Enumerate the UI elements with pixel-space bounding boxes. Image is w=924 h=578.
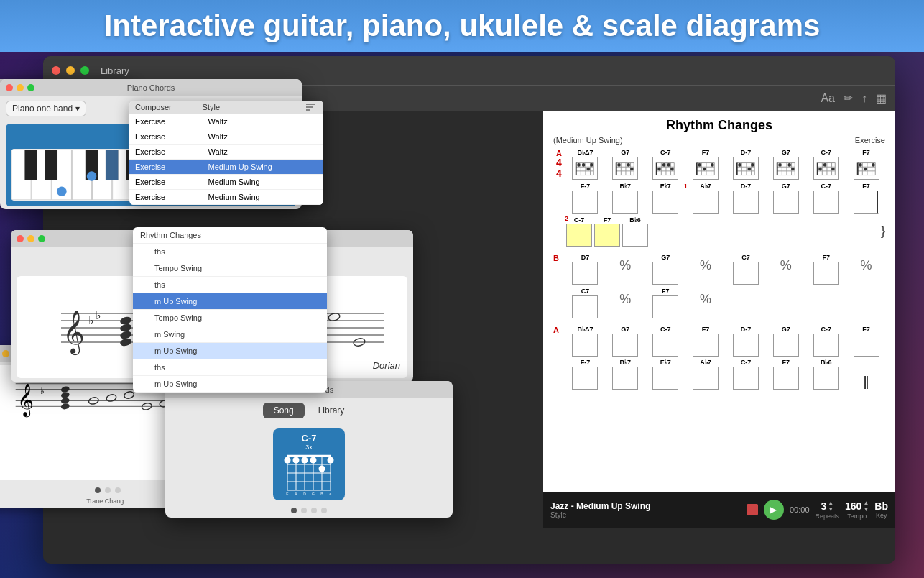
repeats-control[interactable]: 3 ▲ ▼ Repeats bbox=[816, 500, 840, 520]
dot-1[interactable] bbox=[95, 487, 101, 493]
chord-cell[interactable]: C-7 bbox=[727, 359, 765, 390]
chord-cell[interactable]: B♭Δ7 bbox=[566, 149, 604, 180]
chord-cell[interactable]: B♭Δ7 bbox=[566, 326, 604, 357]
chord-cell[interactable]: E♭7 bbox=[647, 359, 685, 390]
chord-cell[interactable]: C-7 bbox=[807, 149, 845, 180]
svg-point-184 bbox=[310, 457, 317, 464]
exercise-item[interactable]: Tempo Swing bbox=[133, 310, 327, 326]
chord-cell[interactable]: C7 bbox=[727, 254, 765, 285]
chord-cell[interactable]: C-7 bbox=[647, 326, 685, 357]
chord-cell[interactable]: % bbox=[687, 288, 725, 318]
key-control[interactable]: Bb Key bbox=[874, 500, 888, 519]
gc-library-tab[interactable]: Library bbox=[308, 403, 356, 418]
svg-point-162 bbox=[60, 403, 70, 410]
exercise-item[interactable]: ths bbox=[133, 244, 327, 260]
chord-cell[interactable]: B♭6 bbox=[622, 216, 648, 247]
minimize-button[interactable] bbox=[66, 66, 75, 75]
chord-cell[interactable]: F-7 bbox=[566, 359, 604, 390]
chord-cell[interactable]: 2C-7 bbox=[566, 216, 592, 247]
exercise-item[interactable]: ths bbox=[133, 359, 327, 376]
list-item[interactable]: ExerciseWaltz bbox=[129, 144, 323, 160]
guitar-dot-4[interactable] bbox=[321, 508, 327, 513]
chord-cell[interactable]: C7 bbox=[566, 288, 604, 318]
exercise-item[interactable]: Rhythm Changes bbox=[133, 227, 327, 244]
cs-close-btn[interactable] bbox=[17, 235, 24, 242]
share-icon[interactable]: ↑ bbox=[861, 92, 867, 105]
repeats-stepper[interactable]: ▲ ▼ bbox=[828, 500, 833, 513]
chord-cell[interactable]: B♭6 bbox=[807, 359, 845, 390]
chord-cell[interactable]: C-7 bbox=[807, 183, 845, 214]
exercise-item[interactable]: m Swing bbox=[133, 326, 327, 343]
guitar-dot-3[interactable] bbox=[311, 508, 317, 513]
chord-cell[interactable]: C-7 bbox=[807, 326, 845, 357]
gc-song-tab[interactable]: Song bbox=[263, 403, 305, 418]
play-button[interactable]: ▶ bbox=[764, 500, 784, 520]
exercise-item[interactable]: Tempo Swing bbox=[133, 260, 327, 277]
exercise-item[interactable]: m Up Swing bbox=[133, 376, 327, 393]
piano-selector[interactable]: Piano one hand ▾ bbox=[6, 101, 86, 116]
list-item[interactable]: ExerciseWaltz bbox=[129, 114, 323, 129]
list-item[interactable]: ExerciseWaltz bbox=[129, 129, 323, 144]
list-item[interactable]: ExerciseMedium Swing bbox=[129, 190, 323, 205]
chord-cell[interactable]: F7 bbox=[847, 183, 885, 214]
close-button[interactable] bbox=[52, 66, 60, 75]
chord-cell[interactable]: A♭7 bbox=[687, 359, 725, 390]
layout-icon[interactable]: ▦ bbox=[876, 91, 887, 105]
chord-cell[interactable]: F7 bbox=[647, 288, 685, 318]
pc-minimize-btn[interactable] bbox=[17, 84, 24, 91]
chord-cell[interactable]: D-7 bbox=[727, 326, 765, 357]
cs-minimize-btn[interactable] bbox=[27, 235, 34, 242]
chord-cell[interactable]: G7 bbox=[647, 254, 685, 285]
pc-fullscreen-btn[interactable] bbox=[27, 84, 34, 91]
pc-close-btn[interactable] bbox=[6, 84, 13, 91]
chord-cell[interactable]: % bbox=[847, 254, 885, 285]
chord-cell[interactable]: D7 bbox=[566, 254, 604, 285]
chord-cell[interactable]: C-7 bbox=[647, 149, 685, 180]
chord-cell[interactable]: B♭7 bbox=[606, 359, 645, 390]
chord-cell[interactable]: G7 bbox=[767, 149, 805, 180]
svg-point-96 bbox=[863, 167, 867, 170]
chord-cell[interactable]: D-7 bbox=[727, 183, 765, 214]
exercise-item-selected[interactable]: m Up Swing bbox=[133, 293, 327, 310]
list-item[interactable]: ExerciseMedium Swing bbox=[129, 175, 323, 190]
chord-cell[interactable]: F7 bbox=[847, 326, 885, 357]
guitar-dot-2[interactable] bbox=[301, 508, 307, 513]
tempo-stepper[interactable]: ▲ ▼ bbox=[863, 500, 869, 513]
chord-cell[interactable]: G7 bbox=[606, 149, 645, 180]
chord-cell[interactable]: G7 bbox=[767, 183, 805, 214]
chord-cell[interactable]: % bbox=[767, 254, 805, 285]
chord-cell[interactable]: G7 bbox=[606, 326, 645, 357]
fullscreen-button[interactable] bbox=[80, 66, 89, 75]
sort-icon[interactable] bbox=[303, 103, 318, 111]
tempo-control[interactable]: 160 ▲ ▼ Tempo bbox=[845, 500, 869, 520]
chord-cell[interactable]: F7 bbox=[687, 326, 725, 357]
chord-cell[interactable]: F7 bbox=[594, 216, 620, 247]
chord-cell[interactable]: D-7 bbox=[727, 149, 765, 180]
exercise-item-highlight[interactable]: m Up Swing bbox=[133, 343, 327, 359]
chord-cell[interactable]: G7 bbox=[767, 326, 805, 357]
exercise-item[interactable]: ths bbox=[133, 277, 327, 293]
chord-cell[interactable]: B♭7 bbox=[606, 183, 645, 214]
font-icon[interactable]: Aa bbox=[821, 92, 835, 105]
chord-cell[interactable]: % bbox=[687, 254, 725, 285]
chord-cell[interactable]: F7 bbox=[687, 149, 725, 180]
ss-minimize-btn[interactable] bbox=[2, 350, 9, 357]
dot-3[interactable] bbox=[115, 487, 121, 493]
chord-cell[interactable]: E♭7 bbox=[647, 183, 685, 214]
chord-cell[interactable]: ‖ bbox=[847, 359, 885, 390]
dot-2[interactable] bbox=[105, 487, 111, 493]
edit-icon[interactable]: ✏ bbox=[844, 91, 853, 105]
svg-point-159 bbox=[60, 385, 70, 393]
chord-cell[interactable]: F-7 bbox=[566, 183, 604, 214]
chord-cell[interactable]: % bbox=[606, 288, 645, 318]
chord-cell[interactable]: F7 bbox=[767, 359, 805, 390]
chord-cell[interactable]: A♭71 bbox=[687, 183, 725, 214]
guitar-dot-1[interactable] bbox=[291, 508, 297, 513]
chord-cell[interactable]: F7 bbox=[847, 149, 885, 180]
chord-cell[interactable]: F7 bbox=[807, 254, 845, 285]
chord-cell[interactable]: % bbox=[606, 254, 645, 285]
list-item-selected[interactable]: ExerciseMedium Up Swing bbox=[129, 160, 323, 175]
cs-fullscreen-btn[interactable] bbox=[38, 235, 45, 242]
stop-button[interactable] bbox=[747, 504, 758, 515]
svg-point-73 bbox=[791, 167, 795, 170]
